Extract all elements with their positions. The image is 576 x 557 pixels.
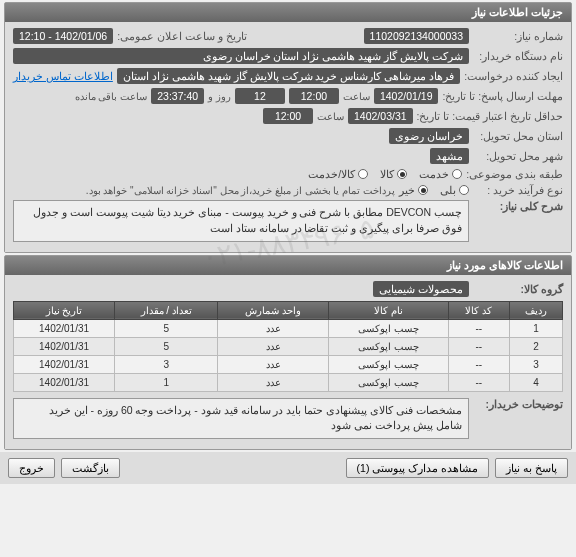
- cat-both-label: کالا/خدمت: [308, 168, 355, 180]
- category-label: طبقه بندی موضوعی:: [466, 168, 563, 180]
- goods-table: ردیف کد کالا نام کالا واحد شمارش تعداد /…: [13, 301, 563, 392]
- cell-date: 1402/01/31: [14, 355, 115, 373]
- cell-name: چسب اپوکسی: [329, 319, 448, 337]
- attachments-button[interactable]: مشاهده مدارک پیوستی (1): [346, 458, 490, 478]
- need-no: 1102092134000033: [364, 28, 469, 44]
- process-no-label: خیر: [399, 184, 415, 196]
- process-no-radio[interactable]: خیر: [399, 184, 428, 196]
- table-row[interactable]: 2--چسب اپوکسیعدد51402/01/31: [14, 337, 563, 355]
- group-value: محصولات شیمیایی: [373, 281, 469, 297]
- hour-label: ساعت باقی مانده: [75, 91, 148, 102]
- table-row[interactable]: 4--چسب اپوکسیعدد11402/01/31: [14, 373, 563, 391]
- deadline-time: 12:00: [289, 88, 339, 104]
- table-row[interactable]: 1--چسب اپوکسیعدد51402/01/31: [14, 319, 563, 337]
- creator-label: ایجاد کننده درخواست:: [464, 70, 563, 82]
- buyer-label: نام دستگاه خریدار:: [473, 50, 563, 62]
- col-name: نام کالا: [329, 301, 448, 319]
- city: مشهد: [430, 148, 469, 164]
- goods-panel: اطلاعات کالاهای مورد نیاز گروه کالا: محص…: [4, 255, 572, 451]
- col-row: ردیف: [509, 301, 562, 319]
- time-label1: ساعت: [343, 91, 370, 102]
- cell-n: 4: [509, 373, 562, 391]
- cat-both-radio[interactable]: کالا/خدمت: [308, 168, 368, 180]
- footer-bar: پاسخ به نیاز مشاهده مدارک پیوستی (1) باز…: [0, 452, 576, 484]
- day-label: روز و: [208, 91, 231, 102]
- panel1-title: جزئیات اطلاعات نیاز: [5, 3, 571, 22]
- province-label: استان محل تحویل:: [473, 130, 563, 142]
- cell-name: چسب اپوکسی: [329, 337, 448, 355]
- process-yes-label: بلی: [440, 184, 456, 196]
- need-no-label: شماره نیاز:: [473, 30, 563, 42]
- province: خراسان رضوی: [389, 128, 469, 144]
- validity-label: حداقل تاریخ اعتبار قیمت: تا تاریخ:: [417, 110, 563, 122]
- cell-code: --: [448, 373, 509, 391]
- time-left: 23:37:40: [151, 88, 204, 104]
- cell-qty: 1: [115, 373, 218, 391]
- respond-button[interactable]: پاسخ به نیاز: [495, 458, 568, 478]
- cell-code: --: [448, 337, 509, 355]
- need-info-panel: جزئیات اطلاعات نیاز شماره نیاز: 11020921…: [4, 2, 572, 253]
- cell-unit: عدد: [218, 373, 329, 391]
- city-label: شهر محل تحویل:: [473, 150, 563, 162]
- process-note: پرداخت تمام یا بخشی از مبلغ خرید،از محل …: [86, 185, 395, 196]
- buyer-notes: مشخصات فنی کالای پیشنهادی حتما باید در س…: [13, 398, 469, 440]
- cell-name: چسب اپوکسی: [329, 355, 448, 373]
- cat-service-radio[interactable]: خدمت: [419, 168, 462, 180]
- cat-goods-radio[interactable]: کالا: [380, 168, 407, 180]
- validity-time: 12:00: [263, 108, 313, 124]
- cat-service-label: خدمت: [419, 168, 449, 180]
- cell-n: 3: [509, 355, 562, 373]
- back-button[interactable]: بازگشت: [61, 458, 120, 478]
- cell-unit: عدد: [218, 337, 329, 355]
- cell-date: 1402/01/31: [14, 319, 115, 337]
- creator: فرهاد میرشاهی کارشناس خرید شرکت پالایش گ…: [117, 68, 460, 84]
- announce-label: تاریخ و ساعت اعلان عمومی:: [117, 30, 247, 42]
- validity-date: 1402/03/31: [348, 108, 413, 124]
- table-row[interactable]: 3--چسب اپوکسیعدد31402/01/31: [14, 355, 563, 373]
- cell-qty: 5: [115, 337, 218, 355]
- panel2-title: اطلاعات کالاهای مورد نیاز: [5, 256, 571, 275]
- time-label2: ساعت: [317, 111, 344, 122]
- cell-date: 1402/01/31: [14, 373, 115, 391]
- deadline-label: مهلت ارسال پاسخ: تا تاریخ:: [442, 90, 563, 102]
- announce-value: 1402/01/06 - 12:10: [13, 28, 113, 44]
- desc-label: شرح کلی نیاز:: [473, 200, 563, 212]
- col-qty: تعداد / مقدار: [115, 301, 218, 319]
- group-label: گروه کالا:: [473, 283, 563, 295]
- exit-button[interactable]: خروج: [8, 458, 55, 478]
- cell-code: --: [448, 355, 509, 373]
- cat-goods-label: کالا: [380, 168, 394, 180]
- days-left: 12: [235, 88, 285, 104]
- cell-code: --: [448, 319, 509, 337]
- process-yes-radio[interactable]: بلی: [440, 184, 469, 196]
- cell-qty: 5: [115, 319, 218, 337]
- process-label: نوع فرآیند خرید :: [473, 184, 563, 196]
- col-date: تاریخ نیاز: [14, 301, 115, 319]
- cell-unit: عدد: [218, 319, 329, 337]
- cell-unit: عدد: [218, 355, 329, 373]
- cell-qty: 3: [115, 355, 218, 373]
- notes-label: توضیحات خریدار:: [473, 398, 563, 410]
- deadline-date: 1402/01/19: [374, 88, 439, 104]
- buyer: شرکت پالایش گاز شهید هاشمی نژاد استان خر…: [13, 48, 469, 64]
- cell-name: چسب اپوکسی: [329, 373, 448, 391]
- desc-text: چسب DEVCON مطابق با شرح فنی و خرید پیوست…: [13, 200, 469, 242]
- cell-date: 1402/01/31: [14, 337, 115, 355]
- contact-link[interactable]: اطلاعات تماس خریدار: [13, 70, 113, 82]
- col-unit: واحد شمارش: [218, 301, 329, 319]
- col-code: کد کالا: [448, 301, 509, 319]
- cell-n: 2: [509, 337, 562, 355]
- cell-n: 1: [509, 319, 562, 337]
